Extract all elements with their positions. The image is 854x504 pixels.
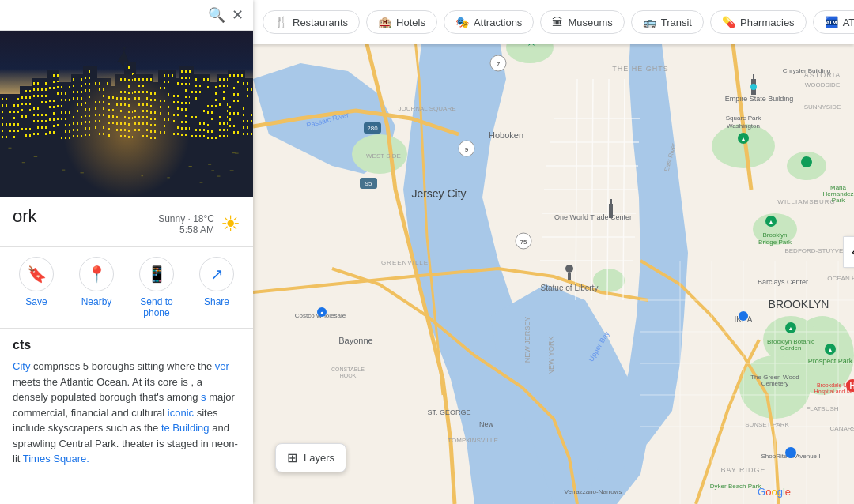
chip-hotels[interactable]: 🏨 Hotels	[366, 10, 437, 34]
chip-restaurants[interactable]: 🍴 Restaurants	[263, 10, 360, 34]
svg-point-110	[739, 311, 748, 321]
svg-text:ASTORIA: ASTORIA	[804, 71, 841, 79]
chip-attractions[interactable]: 🎭 Attractions	[444, 10, 534, 34]
close-button[interactable]: ✕	[232, 6, 244, 24]
attractions-icon: 🎭	[455, 16, 469, 28]
layers-label: Layers	[304, 452, 334, 464]
svg-text:Prospect Park: Prospect Park	[808, 357, 853, 365]
svg-point-103	[801, 156, 812, 167]
svg-text:New: New	[479, 420, 494, 428]
chip-museums-label: Museums	[568, 17, 612, 28]
svg-text:WILLIAMSBURG: WILLIAMSBURG	[777, 198, 835, 205]
svg-text:JOURNAL SQUARE: JOURNAL SQUARE	[398, 105, 455, 112]
chip-transit[interactable]: 🚌 Transit	[631, 10, 704, 34]
svg-text:NEW YORK: NEW YORK	[547, 337, 555, 375]
svg-text:9: 9	[465, 146, 469, 153]
chip-pharmacies[interactable]: 💊 Pharmacies	[710, 10, 807, 34]
svg-text:Statue of Liberty: Statue of Liberty	[541, 284, 599, 292]
svg-text:▲: ▲	[741, 136, 746, 141]
svg-point-114	[750, 84, 757, 90]
svg-text:Cemetery: Cemetery	[761, 380, 789, 387]
svg-text:Park: Park	[832, 197, 845, 204]
svg-text:75: 75	[520, 239, 527, 246]
transit-icon: 🚌	[643, 16, 656, 28]
weather-row: Sunny · 18°C 5:58 AM ☀	[13, 211, 240, 237]
museums-icon: 🏛	[552, 16, 563, 28]
layers-button[interactable]: ⊞ Layers	[275, 443, 346, 472]
svg-rect-115	[609, 204, 613, 218]
svg-text:ST. GEORGE: ST. GEORGE	[427, 408, 470, 416]
share-label: Share	[204, 296, 229, 307]
svg-text:Hoboken: Hoboken	[489, 130, 523, 140]
svg-text:▲: ▲	[788, 325, 794, 331]
category-chips-bar: 🍴 Restaurants 🏨 Hotels 🎭 Attractions 🏛 M…	[253, 0, 854, 44]
svg-text:BROOKLYN: BROOKLYN	[769, 298, 829, 310]
chip-atms[interactable]: 🏧 ATMs	[813, 10, 854, 34]
svg-text:7: 7	[497, 61, 501, 68]
layers-icon: ⊞	[287, 450, 297, 465]
svg-rect-116	[610, 199, 612, 204]
svg-rect-118	[568, 273, 571, 280]
svg-point-117	[565, 265, 573, 273]
send-to-phone-icon-circle: 📱	[139, 257, 174, 291]
svg-text:Barclays Center: Barclays Center	[758, 278, 808, 286]
chip-pharmacies-label: Pharmacies	[740, 17, 795, 28]
svg-text:280: 280	[367, 125, 378, 132]
chip-museums[interactable]: 🏛 Museums	[540, 10, 624, 34]
send-to-phone-button[interactable]: 📱 Send tophone	[139, 257, 174, 318]
weather-info: Sunny · 18°C 5:58 AM	[158, 213, 214, 235]
svg-text:●: ●	[320, 310, 323, 315]
svg-text:Verrazzano-Narrows: Verrazzano-Narrows	[565, 488, 622, 495]
svg-text:H: H	[849, 382, 854, 390]
svg-text:SUNNYSIDE: SUNNYSIDE	[804, 103, 841, 111]
svg-text:Garden: Garden	[780, 344, 802, 352]
svg-text:Empire State Building: Empire State Building	[725, 95, 794, 103]
svg-text:HOOK: HOOK	[340, 373, 357, 378]
svg-text:FLATBUSH: FLATBUSH	[806, 405, 838, 412]
collapse-button[interactable]: ‹	[843, 236, 854, 268]
save-button[interactable]: 🔖 Save	[19, 257, 54, 318]
atms-icon: 🏧	[825, 16, 838, 28]
map-container[interactable]: 7 280 95 9 75 Richard Hill Weehawken THE…	[253, 0, 854, 504]
share-icon-circle: ↗	[199, 257, 234, 291]
info-section: ork Sunny · 18°C 5:58 AM ☀	[0, 197, 253, 247]
svg-text:Brooklyn: Brooklyn	[762, 231, 787, 239]
save-icon-circle: 🔖	[19, 257, 54, 291]
svg-text:TOMPKINSVILLE: TOMPKINSVILLE	[448, 437, 497, 444]
svg-text:CONSTABLE: CONSTABLE	[331, 367, 365, 372]
svg-text:NEW JERSEY: NEW JERSEY	[523, 317, 531, 363]
chip-transit-label: Transit	[661, 17, 692, 28]
svg-text:BAY RIDGE: BAY RIDGE	[720, 466, 765, 474]
svg-point-111	[785, 447, 796, 458]
svg-text:THE HEIGHTS: THE HEIGHTS	[612, 65, 669, 73]
action-buttons: 🔖 Save 📍 Nearby 📱 Send tophone ↗ Share	[0, 247, 253, 329]
chip-hotels-label: Hotels	[396, 17, 425, 28]
svg-text:Washington: Washington	[727, 122, 760, 130]
description-text: City comprises 5 boroughs sitting where …	[13, 359, 240, 467]
nearby-label: Nearby	[81, 296, 112, 307]
place-photo	[0, 31, 253, 197]
svg-text:GREENVILLE: GREENVILLE	[381, 259, 429, 266]
svg-text:Bridge Park: Bridge Park	[758, 239, 792, 246]
svg-text:One World Trade Center: One World Trade Center	[554, 213, 632, 221]
description-section: cts City comprises 5 boroughs sitting wh…	[0, 329, 253, 504]
search-input[interactable]: New York, NY, USA	[9, 9, 202, 22]
share-button[interactable]: ↗ Share	[199, 257, 234, 318]
svg-text:▲: ▲	[769, 219, 774, 224]
search-button[interactable]: 🔍	[208, 6, 225, 24]
hotels-icon: 🏨	[378, 16, 391, 28]
section-title: cts	[13, 338, 240, 352]
save-label: Save	[25, 296, 47, 307]
chip-attractions-label: Attractions	[474, 17, 522, 28]
svg-text:OCEAN HILL: OCEAN HILL	[827, 275, 854, 282]
weather-condition-temp: Sunny · 18°C	[158, 213, 214, 224]
left-panel: New York, NY, USA 🔍 ✕ ork Sunny · 18°C 5…	[0, 0, 253, 504]
chip-atms-label: ATMs	[843, 17, 854, 28]
sun-icon: ☀	[221, 211, 240, 237]
svg-text:Jersey City: Jersey City	[411, 187, 466, 200]
nearby-button[interactable]: 📍 Nearby	[79, 257, 114, 318]
nearby-icon-circle: 📍	[79, 257, 114, 291]
weather-time: 5:58 AM	[158, 224, 214, 235]
svg-text:▲: ▲	[828, 347, 833, 352]
restaurants-icon: 🍴	[274, 16, 288, 28]
